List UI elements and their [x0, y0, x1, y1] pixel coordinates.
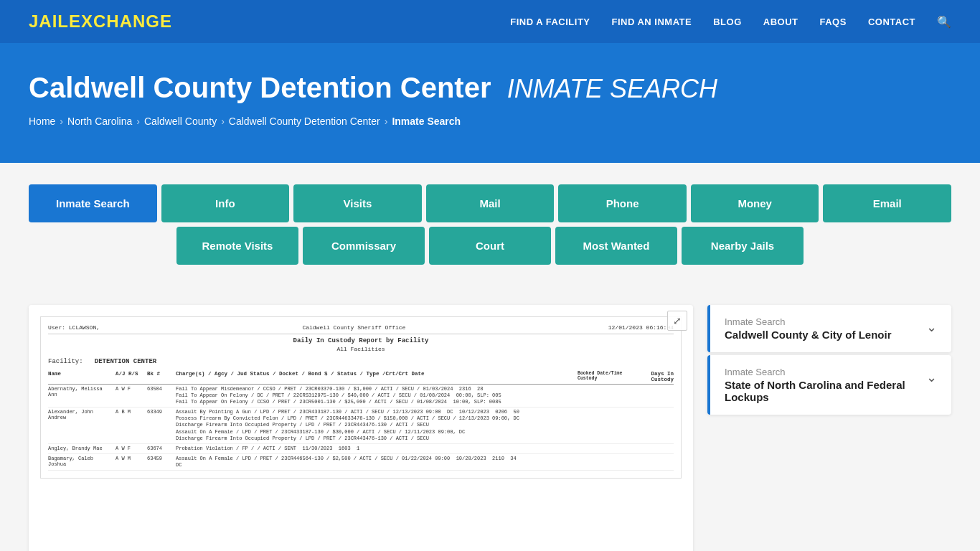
tabs-row-1: Inmate Search Info Visits Mail Phone Mon…	[29, 184, 951, 222]
doc-facility-line: Facility: DETENTION CENTER	[48, 358, 674, 365]
tab-mail[interactable]: Mail	[426, 184, 555, 222]
row-name: Bagamary, Caleb Joshua	[48, 456, 113, 468]
row-name: Alexander, John Andrew	[48, 409, 113, 441]
nav-find-facility[interactable]: FIND A FACILITY	[510, 17, 590, 27]
col-header-bk: Bk #	[147, 371, 173, 382]
tab-money[interactable]: Money	[691, 184, 819, 222]
col-header-name: Name	[48, 371, 113, 382]
doc-user: User: LCLAWSON,	[48, 324, 100, 331]
doc-table-body: Abernathy, Melissa Ann A W F 63504 Fail …	[48, 385, 674, 471]
tab-commissary[interactable]: Commissary	[303, 227, 425, 265]
sidebar-card-local-text: Inmate Search Caldwell County & City of …	[725, 316, 892, 341]
breadcrumb-nc[interactable]: North Carolina	[67, 116, 132, 127]
breadcrumb-current: Inmate Search	[392, 116, 461, 127]
row-charges: Assault On A Female / LPD / PRET / 23CR4…	[176, 456, 674, 468]
sidebar-card-local-header[interactable]: Inmate Search Caldwell County & City of …	[707, 305, 951, 352]
doc-timestamp: 12/01/2023 06:16:04	[608, 324, 674, 331]
tabs-section: Inmate Search Info Visits Mail Phone Mon…	[0, 163, 980, 291]
doc-report-subtitle: All Facilities	[48, 346, 674, 352]
col-header-ajrs: A/J R/S	[116, 371, 144, 382]
breadcrumb-home[interactable]: Home	[29, 116, 55, 127]
tab-most-wanted[interactable]: Most Wanted	[555, 227, 677, 265]
document-panel: User: LCLAWSON, Caldwell County Sheriff …	[29, 305, 693, 551]
sidebar-card-state: Inmate Search State of North Carolina an…	[707, 355, 951, 415]
sidebar-card-state-label: Inmate Search	[725, 367, 926, 377]
doc-report-title: Daily In Custody Report by Facility	[48, 337, 674, 344]
logo-highlight: E	[69, 11, 81, 31]
row-bk: 63674	[147, 446, 173, 452]
expand-icon[interactable]: ⤢	[667, 311, 687, 331]
table-row: Alexander, John Andrew A B M 63349 Assau…	[48, 408, 674, 443]
tab-email[interactable]: Email	[823, 184, 951, 222]
row-ajrs: A W M	[116, 456, 144, 468]
tab-court[interactable]: Court	[429, 227, 551, 265]
row-ajrs: A B M	[116, 409, 144, 441]
table-row: Abernathy, Melissa Ann A W F 63504 Fail …	[48, 385, 674, 408]
doc-table-header: Name A/J R/S Bk # Charge(s) / Agcy / Jud…	[48, 369, 674, 385]
search-icon[interactable]: 🔍	[937, 15, 951, 29]
sidebar: Inmate Search Caldwell County & City of …	[707, 305, 951, 551]
facility-name: Caldwell County Detention Center	[29, 72, 491, 103]
nav-find-inmate[interactable]: FIND AN INMATE	[612, 17, 692, 27]
tab-phone[interactable]: Phone	[558, 184, 687, 222]
breadcrumb: Home › North Carolina › Caldwell County …	[29, 116, 951, 127]
row-charges: Assault By Pointing A Gun / LPD / PRET /…	[176, 409, 674, 441]
sidebar-card-local: Inmate Search Caldwell County & City of …	[707, 305, 951, 352]
breadcrumb-sep-2: ›	[136, 116, 140, 127]
row-bk: 63349	[147, 409, 173, 441]
nav-faqs[interactable]: FAQs	[820, 17, 847, 27]
sidebar-card-state-header[interactable]: Inmate Search State of North Carolina an…	[707, 355, 951, 415]
col-header-charges: Charge(s) / Agcy / Jud Status / Docket /…	[176, 371, 575, 382]
tab-info[interactable]: Info	[161, 184, 290, 222]
site-logo[interactable]: JAILEXCHANGE	[29, 11, 172, 32]
facility-value: DETENTION CENTER	[95, 358, 156, 365]
page-subtitle: INMATE SEARCH	[507, 74, 717, 103]
page-title: Caldwell County Detention Center INMATE …	[29, 72, 951, 104]
doc-facility-name: Caldwell County Sheriff Office	[302, 324, 405, 331]
main-nav: FIND A FACILITY FIND AN INMATE BLOG ABOU…	[510, 15, 951, 29]
breadcrumb-facility[interactable]: Caldwell County Detention Center	[229, 116, 380, 127]
sidebar-card-local-title: Caldwell County & City of Lenoir	[725, 329, 892, 341]
breadcrumb-sep-4: ›	[385, 116, 388, 127]
chevron-down-icon: ⌄	[926, 319, 937, 335]
tab-visits[interactable]: Visits	[293, 184, 422, 222]
logo-part1: JAIL	[29, 11, 69, 31]
row-ajrs: A W F	[116, 386, 144, 405]
breadcrumb-county[interactable]: Caldwell County	[144, 116, 217, 127]
tab-inmate-search[interactable]: Inmate Search	[29, 184, 157, 222]
main-content: User: LCLAWSON, Caldwell County Sheriff …	[0, 291, 980, 551]
chevron-down-icon-2: ⌄	[926, 369, 937, 385]
sidebar-card-state-title: State of North Carolina and Federal Lock…	[725, 379, 926, 403]
nav-contact[interactable]: CONTACT	[868, 17, 915, 27]
col-header-dates: Booked Date/Time Custody	[578, 371, 642, 382]
nav-blog[interactable]: BLOG	[713, 17, 742, 27]
sidebar-card-local-label: Inmate Search	[725, 316, 892, 327]
facility-label: Facility:	[48, 358, 83, 365]
breadcrumb-sep-3: ›	[221, 116, 225, 127]
hero-section: Caldwell County Detention Center INMATE …	[0, 43, 980, 163]
doc-header-row: User: LCLAWSON, Caldwell County Sheriff …	[48, 324, 674, 334]
tabs-row-2: Remote Visits Commissary Court Most Want…	[29, 227, 951, 265]
row-charges: Probation Violation / FP / / ACTI / SENT…	[176, 446, 674, 452]
table-row: Angley, Brandy Mae A W F 63674 Probation…	[48, 444, 674, 454]
row-bk: 63459	[147, 456, 173, 468]
breadcrumb-sep-1: ›	[60, 116, 63, 127]
row-charges: Fail To Appear Misdemeanor / CCSO / PRET…	[176, 386, 674, 405]
tab-nearby-jails[interactable]: Nearby Jails	[682, 227, 804, 265]
col-header-days: Days In Custody	[645, 371, 674, 382]
row-name: Angley, Brandy Mae	[48, 446, 113, 452]
sidebar-card-state-text: Inmate Search State of North Carolina an…	[725, 367, 926, 403]
row-bk: 63504	[147, 386, 173, 405]
site-header: JAILEXCHANGE FIND A FACILITY FIND AN INM…	[0, 0, 980, 43]
tab-remote-visits[interactable]: Remote Visits	[176, 227, 298, 265]
nav-about[interactable]: ABOUT	[763, 17, 798, 27]
row-name: Abernathy, Melissa Ann	[48, 386, 113, 405]
logo-part2: XCHANGE	[81, 11, 172, 31]
table-row: Bagamary, Caleb Joshua A W M 63459 Assau…	[48, 454, 674, 471]
document-inner: User: LCLAWSON, Caldwell County Sheriff …	[40, 316, 682, 479]
row-ajrs: A W F	[116, 446, 144, 452]
